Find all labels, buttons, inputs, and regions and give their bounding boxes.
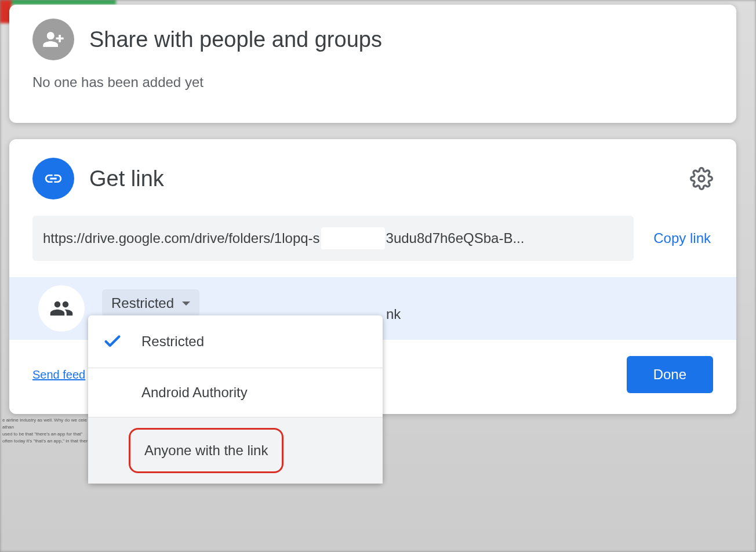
- url-part2: 3udu8d7h6eQSba-B...: [386, 230, 525, 246]
- bg-text: often today it's "that's an app," in tha…: [2, 438, 88, 444]
- menu-item-label: Anyone with the link: [144, 442, 268, 458]
- check-icon: [101, 332, 124, 351]
- chevron-down-icon: [182, 302, 190, 306]
- bg-text: e airline industry as well. Why do we ce…: [2, 417, 87, 423]
- access-selected-label: Restricted: [111, 295, 174, 311]
- bg-text: athan: [2, 424, 14, 430]
- menu-item-restricted[interactable]: Restricted: [88, 315, 383, 368]
- menu-item-anyone-link[interactable]: Anyone with the link: [88, 417, 383, 484]
- people-icon: [38, 285, 85, 332]
- share-url[interactable]: https://drive.google.com/drive/folders/1…: [32, 216, 634, 261]
- done-button[interactable]: Done: [627, 356, 713, 393]
- svg-point-1: [699, 176, 704, 181]
- bg-cell: [12, 0, 116, 5]
- settings-icon[interactable]: [690, 167, 713, 190]
- get-link-title: Get link: [89, 166, 675, 191]
- person-add-icon: [32, 19, 74, 60]
- url-part1: https://drive.google.com/drive/folders/1…: [43, 230, 320, 246]
- copy-link-button[interactable]: Copy link: [651, 226, 713, 251]
- send-feedback-link[interactable]: Send feed: [32, 368, 85, 382]
- svg-point-0: [47, 32, 54, 39]
- share-title[interactable]: Share with people and groups: [89, 27, 382, 52]
- bg-text: used to be that "there's an app for that…: [2, 431, 82, 437]
- menu-item-android-authority[interactable]: Android Authority: [88, 368, 383, 417]
- menu-item-label: Restricted: [141, 333, 204, 350]
- link-icon: [32, 158, 74, 199]
- access-dropdown-button[interactable]: Restricted: [102, 289, 199, 317]
- share-subtitle: No one has been added yet: [32, 74, 713, 90]
- highlight-annotation: Anyone with the link: [129, 428, 284, 473]
- url-row: https://drive.google.com/drive/folders/1…: [9, 216, 736, 261]
- partial-text: nk: [386, 306, 401, 322]
- access-dropdown-menu: Restricted Android Authority Anyone with…: [88, 315, 383, 484]
- share-card: Share with people and groups No one has …: [9, 5, 736, 123]
- menu-item-label: Android Authority: [141, 384, 248, 401]
- link-header: Get link: [9, 158, 736, 199]
- url-redacted: [321, 227, 385, 249]
- share-header: Share with people and groups: [32, 19, 713, 60]
